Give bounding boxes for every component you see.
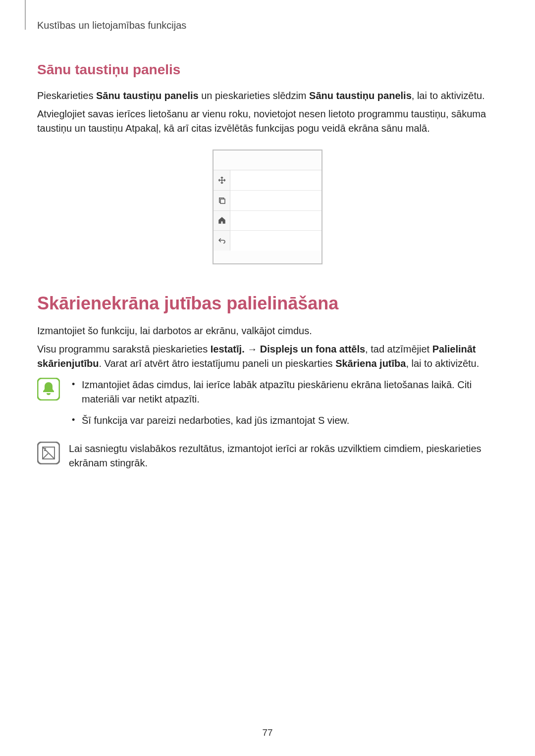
text-bold: Iestatīj. — [211, 344, 245, 354]
note-info: Lai sasniegtu vislabākos rezultātus, izm… — [37, 442, 498, 474]
paragraph-sensitivity-intro: Izmantojiet šo funkciju, lai darbotos ar… — [37, 324, 498, 338]
side-panel-illustration — [213, 150, 322, 264]
home-icon — [214, 211, 230, 231]
paragraph-sensitivity-steps: Visu programmu sarakstā pieskarieties Ie… — [37, 342, 498, 371]
text-run: Pieskarieties — [37, 90, 96, 101]
text-run: Visu programmu sarakstā pieskarieties — [37, 344, 211, 354]
illustration-container — [37, 150, 498, 264]
recents-icon — [214, 191, 230, 211]
note-important: Izmantojiet ādas cimdus, lai ierīce labā… — [37, 378, 498, 435]
illustration-bottom-bar — [214, 251, 321, 263]
text-run: . Varat arī atvērt ātro iestatījumu pane… — [99, 358, 335, 369]
page-number: 77 — [0, 727, 535, 738]
back-icon — [214, 231, 230, 251]
header-breadcrumb: Kustības un lietojamības funkcijas — [37, 20, 498, 31]
text-bold: Displejs un fona attēls — [260, 344, 365, 354]
document-page: Kustības un lietojamības funkcijas Sānu … — [0, 0, 535, 474]
note-info-text: Lai sasniegtu vislabākos rezultātus, izm… — [69, 442, 498, 470]
heading-side-key-panel: Sānu taustiņu panelis — [37, 62, 498, 78]
text-run: , tad atzīmējiet — [365, 344, 432, 354]
svg-rect-1 — [220, 199, 225, 203]
note-bullet-sview: Šī funkcija var pareizi nedarboties, kad… — [69, 413, 498, 428]
paragraph-side-panel-intro: Pieskarieties Sānu taustiņu panelis un p… — [37, 89, 498, 103]
text-run: un pieskarieties slēdzim — [199, 90, 309, 101]
text-bold: Sānu taustiņu panelis — [309, 90, 412, 101]
paragraph-side-panel-desc: Atvieglojiet savas ierīces lietošanu ar … — [37, 107, 498, 136]
note-icon — [37, 442, 60, 464]
text-run: , lai to aktivizētu. — [412, 90, 485, 101]
section-divider-line — [25, 0, 26, 30]
illustration-status-bar — [214, 151, 321, 170]
illustration-side-buttons — [214, 170, 230, 251]
note-info-body: Lai sasniegtu vislabākos rezultātus, izm… — [69, 442, 498, 474]
text-bold: Sānu taustiņu panelis — [96, 90, 199, 101]
move-icon — [214, 170, 230, 191]
note-bullet-gloves: Izmantojiet ādas cimdus, lai ierīce labā… — [69, 378, 498, 406]
note-important-body: Izmantojiet ādas cimdus, lai ierīce labā… — [69, 378, 498, 435]
arrow-separator: → — [245, 344, 260, 354]
text-run: , lai to aktivizētu. — [406, 358, 479, 369]
text-bold: Skāriena jutība — [335, 358, 406, 369]
heading-touch-sensitivity: Skārienekrāna jutības palielināšana — [37, 293, 498, 314]
illustration-content-area — [230, 170, 321, 251]
notice-bell-icon — [37, 378, 60, 401]
